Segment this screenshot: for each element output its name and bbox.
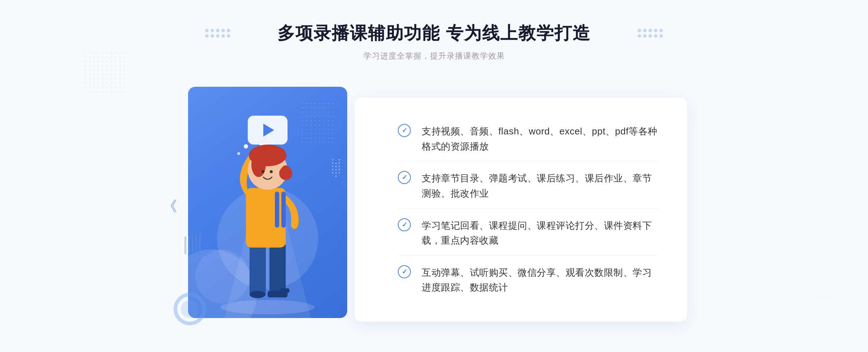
svg-rect-3	[269, 242, 286, 295]
person-illustration-svg	[188, 87, 347, 318]
feature-text-3: 学习笔记回看、课程提问、课程评论打分、课件资料下载，重点内容收藏	[422, 218, 658, 248]
header-deco-dots-left	[205, 29, 230, 38]
svg-point-17	[237, 152, 240, 155]
svg-point-4	[250, 291, 265, 298]
svg-rect-6	[280, 288, 289, 293]
header-deco-dots-right	[638, 29, 663, 38]
check-mark-4: ✓	[402, 269, 407, 275]
svg-point-10	[251, 152, 266, 177]
svg-point-12	[261, 170, 264, 173]
chevron-left-arrows: 《	[163, 199, 177, 213]
stripe-lines-left	[184, 235, 201, 253]
bottom-deco-circles	[174, 293, 206, 325]
page-container: 多项录播课辅助功能 专为线上教学打造 学习进度全掌握，提升录播课教学效果	[0, 0, 868, 352]
page-subtitle: 学习进度全掌握，提升录播课教学效果	[277, 51, 590, 61]
feature-item-3: ✓ 学习笔记回看、课程提问、课程评论打分、课件资料下载，重点内容收藏	[398, 211, 658, 256]
header-section: 多项录播课辅助功能 专为线上教学打造 学习进度全掌握，提升录播课教学效果	[277, 0, 590, 76]
svg-rect-2	[250, 242, 266, 296]
feature-text-2: 支持章节目录、弹题考试、课后练习、课后作业、章节测验、批改作业	[422, 171, 658, 201]
svg-rect-15	[281, 192, 286, 228]
illustration-area: 《	[181, 80, 369, 332]
feature-item-4: ✓ 互动弹幕、试听购买、微信分享、观看次数限制、学习进度跟踪、数据统计	[398, 258, 658, 302]
svg-point-18	[250, 140, 252, 142]
svg-rect-7	[246, 188, 286, 248]
check-mark-1: ✓	[402, 127, 407, 134]
check-icon-4: ✓	[398, 265, 411, 278]
feature-item-2: ✓ 支持章节目录、弹题考试、课后练习、课后作业、章节测验、批改作业	[398, 164, 658, 209]
svg-point-16	[244, 144, 248, 149]
feature-card: ✓ 支持视频、音频、flash、word、excel、ppt、pdf等各种格式的…	[354, 98, 687, 322]
check-mark-2: ✓	[402, 174, 407, 181]
decorative-dots-right	[803, 272, 846, 316]
decorative-dots-left	[83, 51, 127, 94]
svg-point-13	[270, 170, 273, 173]
main-title: 多项录播课辅助功能 专为线上教学打造	[277, 22, 590, 45]
check-icon-1: ✓	[398, 124, 411, 137]
check-icon-3: ✓	[398, 218, 411, 231]
check-icon-2: ✓	[398, 171, 411, 184]
main-content: 《 ✓	[181, 80, 687, 340]
feature-item-1: ✓ 支持视频、音频、flash、word、excel、ppt、pdf等各种格式的…	[398, 117, 658, 162]
feature-text-4: 互动弹幕、试听购买、微信分享、观看次数限制、学习进度跟踪、数据统计	[422, 265, 658, 295]
blue-card-background	[188, 87, 347, 318]
svg-rect-14	[275, 192, 279, 228]
feature-text-1: 支持视频、音频、flash、word、excel、ppt、pdf等各种格式的资源…	[422, 124, 658, 154]
check-mark-3: ✓	[402, 222, 407, 228]
